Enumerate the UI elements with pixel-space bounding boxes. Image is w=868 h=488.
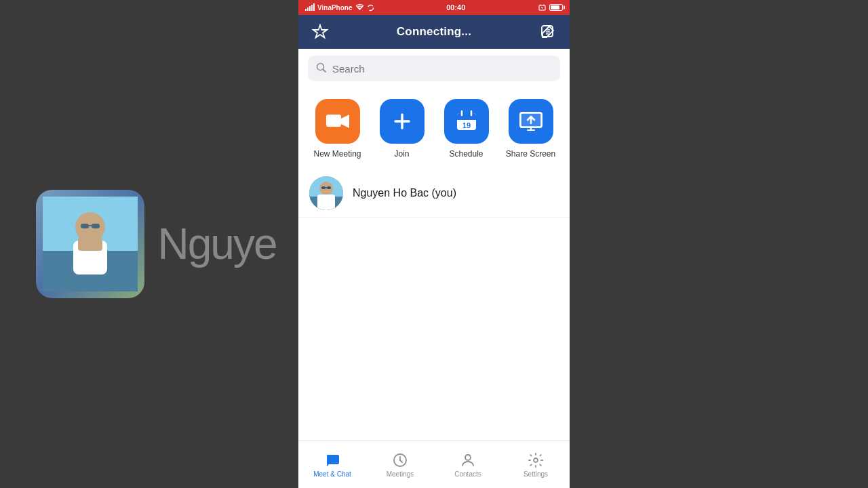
svg-line-17: [323, 69, 326, 72]
contact-name-self: Nguyen Ho Bac (you): [353, 187, 456, 199]
header-title: Connecting...: [397, 25, 471, 39]
svg-rect-37: [327, 186, 331, 189]
schedule-icon-bg: 19: [444, 99, 489, 144]
battery-indicator: [549, 4, 563, 11]
svg-rect-18: [326, 115, 341, 127]
sync-icon: [367, 4, 374, 12]
join-icon-bg: [380, 99, 425, 144]
svg-point-42: [465, 455, 471, 460]
background-left: Nguye: [0, 0, 298, 488]
favorite-button[interactable]: [309, 21, 331, 43]
new-meeting-label: New Meeting: [313, 149, 361, 159]
wifi-icon: [355, 4, 364, 11]
svg-point-43: [534, 458, 538, 462]
battery-fill: [551, 5, 559, 9]
bg-name: Nguye: [158, 219, 277, 269]
phone-frame: VinaPhone 00:40: [298, 0, 570, 488]
settings-icon: [528, 452, 544, 468]
new-meeting-button[interactable]: New Meeting: [311, 99, 365, 159]
signal-bar-4: [311, 5, 313, 11]
schedule-button[interactable]: 19 Schedule: [439, 99, 494, 159]
tab-meetings[interactable]: Meetings: [366, 441, 434, 488]
share-screen-icon: [519, 111, 543, 131]
meet-chat-icon: [324, 452, 340, 468]
status-time: 00:40: [446, 3, 465, 12]
app-header: Connecting...: [298, 15, 570, 49]
svg-rect-7: [92, 224, 100, 228]
star-icon: [312, 24, 328, 40]
svg-rect-35: [317, 195, 335, 210]
meetings-icon: [392, 452, 408, 468]
edit-icon: [540, 24, 556, 40]
signal-bar-2: [307, 7, 309, 11]
share-screen-icon-bg: [509, 99, 553, 144]
signal-bar-1: [305, 9, 307, 11]
status-bar: VinaPhone 00:40: [298, 0, 570, 15]
main-content: New Meeting Join: [298, 49, 570, 441]
status-right: [538, 4, 563, 12]
calendar-icon: 19: [455, 110, 478, 133]
svg-rect-6: [81, 224, 89, 228]
svg-rect-23: [457, 118, 476, 120]
contact-section: Nguyen Ho Bac (you): [298, 169, 570, 218]
contacts-icon: [460, 452, 476, 468]
share-screen-label: Share Screen: [506, 149, 555, 159]
contact-avatar-self: [309, 176, 343, 210]
new-meeting-icon-bg: [315, 99, 360, 144]
bg-avatar: [36, 190, 144, 298]
contact-item-self[interactable]: Nguyen Ho Bac (you): [298, 169, 570, 218]
svg-point-9: [368, 5, 373, 10]
search-icon-svg: [316, 62, 327, 73]
video-camera-icon: [326, 112, 350, 131]
signal-bar-5: [313, 3, 315, 11]
search-input[interactable]: [332, 63, 552, 75]
alarm-icon: [538, 4, 547, 12]
svg-line-41: [400, 460, 402, 462]
svg-rect-36: [321, 186, 326, 189]
tab-contacts[interactable]: Contacts: [434, 441, 502, 488]
tab-meetings-label: Meetings: [387, 470, 414, 478]
signal-bar-3: [309, 6, 311, 11]
status-left: VinaPhone: [305, 4, 374, 12]
join-button[interactable]: Join: [375, 99, 429, 159]
tab-settings-label: Settings: [524, 470, 548, 478]
tab-settings[interactable]: Settings: [502, 441, 570, 488]
join-label: Join: [394, 149, 409, 159]
schedule-label: Schedule: [449, 149, 483, 159]
edit-button[interactable]: [537, 21, 559, 43]
search-icon: [316, 62, 327, 75]
svg-text:19: 19: [462, 121, 470, 129]
tab-meet-chat-label: Meet & Chat: [313, 470, 351, 478]
svg-rect-5: [78, 237, 102, 251]
tab-contacts-label: Contacts: [454, 470, 481, 478]
carrier-name: VinaPhone: [317, 4, 353, 12]
background-right: [570, 0, 868, 488]
tab-meet-chat[interactable]: Meet & Chat: [298, 441, 366, 488]
svg-point-34: [319, 182, 333, 195]
avatar-svg: [309, 176, 343, 210]
share-screen-button[interactable]: Share Screen: [504, 99, 558, 159]
signal-bars: [305, 4, 315, 11]
tab-bar: Meet & Chat Meetings Contacts Settings: [298, 441, 570, 488]
search-bar[interactable]: [308, 56, 560, 81]
action-grid: New Meeting Join: [298, 88, 570, 169]
plus-icon: [391, 110, 413, 132]
